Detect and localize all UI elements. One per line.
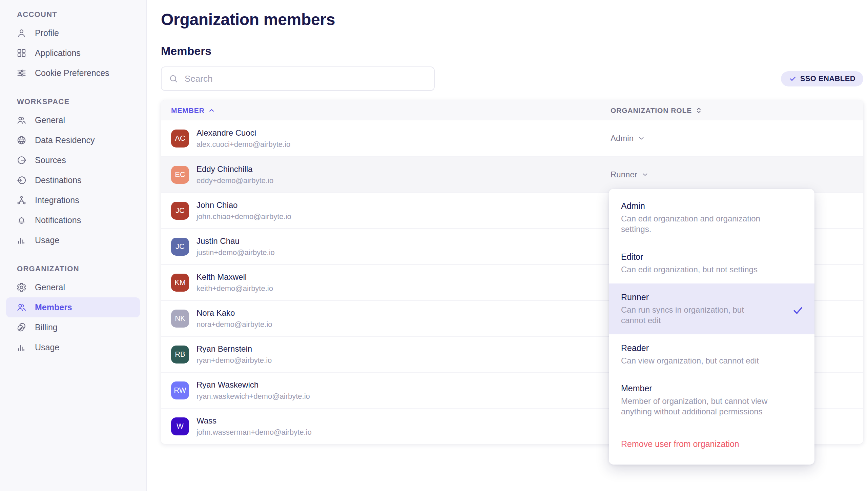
settings-sidebar: ACCOUNT Profile Applications Cookie Pref… — [0, 0, 147, 491]
sidebar-item[interactable]: Profile — [6, 23, 140, 43]
sidebar-item[interactable]: Destinations — [6, 170, 140, 190]
member-identity: Ryan Waskewich ryan.waskewich+demo@airby… — [197, 380, 310, 401]
role-option-title: Admin — [621, 201, 802, 211]
role-column-label: ORGANIZATION ROLE — [611, 106, 692, 115]
sidebar-item-label: General — [35, 115, 65, 125]
member-cell: NK Nora Kako nora+demo@airbyte.io — [161, 308, 611, 329]
role-option[interactable]: Runner Can run syncs in organization, bu… — [609, 283, 814, 334]
sidebar-item-label: Notifications — [35, 215, 81, 225]
role-option-title: Reader — [621, 343, 802, 353]
sidebar-item[interactable]: Sources — [6, 150, 140, 170]
member-cell: KM Keith Maxwell keith+demo@airbyte.io — [161, 272, 611, 293]
member-cell: JC John Chiao john.chiao+demo@airbyte.io — [161, 200, 611, 221]
sidebar-item-label: Billing — [35, 322, 58, 332]
sidebar-item-icon — [16, 195, 27, 205]
avatar: EC — [171, 166, 189, 184]
section-label-account: ACCOUNT — [17, 10, 140, 19]
sidebar-item[interactable]: Data Residency — [6, 130, 140, 150]
sidebar-item[interactable]: General — [6, 110, 140, 130]
search-icon — [168, 74, 179, 84]
sidebar-item[interactable]: Cookie Preferences — [6, 63, 140, 83]
member-email: keith+demo@airbyte.io — [197, 284, 273, 293]
member-identity: Justin Chau justin+demo@airbyte.io — [197, 236, 275, 257]
member-email: justin+demo@airbyte.io — [197, 248, 275, 257]
avatar: RW — [171, 381, 189, 399]
sidebar-item-icon — [16, 135, 27, 145]
search-input[interactable] — [184, 73, 427, 84]
member-name: Eddy Chinchilla — [197, 164, 273, 174]
role-option-description: Can edit organization and organization s… — [621, 213, 802, 234]
sidebar-item-label: Applications — [35, 48, 81, 58]
table-header: MEMBER ORGANIZATION ROLE — [161, 100, 863, 120]
role-value: Admin — [611, 134, 634, 143]
sidebar-section-organization: ORGANIZATION General Members Billing Usa… — [6, 264, 140, 357]
sidebar-item[interactable]: Applications — [6, 43, 140, 63]
sidebar-item[interactable]: General — [6, 277, 140, 297]
column-header-member[interactable]: MEMBER — [161, 106, 611, 115]
avatar: KM — [171, 274, 189, 292]
member-email: john.wasserman+demo@airbyte.io — [197, 428, 312, 437]
members-toolbar: SSO ENABLED — [161, 66, 865, 91]
member-name: Ryan Bernstein — [197, 344, 272, 354]
member-identity: John Chiao john.chiao+demo@airbyte.io — [197, 200, 291, 221]
sidebar-item-icon — [16, 175, 27, 185]
member-email: alex.cuoci+demo@airbyte.io — [197, 140, 290, 149]
role-option-description: Can run syncs in organization, but canno… — [621, 305, 802, 326]
sidebar-item-icon — [16, 302, 27, 313]
sidebar-item-icon — [16, 48, 27, 58]
member-name: Alexandre Cuoci — [197, 128, 290, 138]
member-identity: Ryan Bernstein ryan+demo@airbyte.io — [197, 344, 272, 365]
sidebar-item-icon — [16, 322, 27, 333]
sidebar-item-icon — [16, 215, 27, 225]
sidebar-item-icon — [16, 68, 27, 78]
sidebar-item-label: Integrations — [35, 195, 79, 205]
member-identity: Alexandre Cuoci alex.cuoci+demo@airbyte.… — [197, 128, 290, 149]
sidebar-item-icon — [16, 28, 27, 38]
section-label-workspace: WORKSPACE — [17, 97, 140, 106]
role-option[interactable]: Reader Can view organization, but cannot… — [609, 334, 814, 375]
member-name: Justin Chau — [197, 236, 275, 246]
page-title: Organization members — [161, 10, 865, 29]
role-dropdown-trigger[interactable]: Admin — [611, 134, 645, 143]
sidebar-item-label: General — [35, 282, 65, 292]
selected-check-icon — [792, 305, 804, 316]
sidebar-item-icon — [16, 342, 27, 353]
role-option[interactable]: Member Member of organization, but canno… — [609, 375, 814, 426]
sidebar-item[interactable]: Billing — [6, 317, 140, 337]
role-option[interactable]: Editor Can edit organization, but not se… — [609, 243, 814, 283]
member-email: john.chiao+demo@airbyte.io — [197, 212, 291, 221]
table-row: EC Eddy Chinchilla eddy+demo@airbyte.io … — [161, 156, 863, 192]
member-name: Keith Maxwell — [197, 272, 273, 282]
member-cell: RW Ryan Waskewich ryan.waskewich+demo@ai… — [161, 380, 611, 401]
sidebar-section-workspace: WORKSPACE General Data Residency Sources… — [6, 97, 140, 250]
sidebar-item-label: Usage — [35, 235, 59, 245]
sidebar-item-label: Sources — [35, 155, 66, 165]
role-option-title: Runner — [621, 292, 802, 302]
avatar: JC — [171, 202, 189, 220]
member-email: eddy+demo@airbyte.io — [197, 176, 273, 185]
member-search — [161, 66, 435, 91]
member-name: Nora Kako — [197, 308, 272, 318]
member-cell: RB Ryan Bernstein ryan+demo@airbyte.io — [161, 344, 611, 365]
sidebar-item[interactable]: Usage — [6, 230, 140, 250]
sidebar-item[interactable]: Notifications — [6, 210, 140, 230]
sidebar-item[interactable]: Usage — [6, 337, 140, 357]
column-header-role[interactable]: ORGANIZATION ROLE — [611, 106, 703, 115]
role-dropdown-trigger[interactable]: Runner — [611, 170, 649, 179]
remove-user-button[interactable]: Remove user from organization — [609, 430, 814, 460]
role-option[interactable]: Admin Can edit organization and organiza… — [609, 192, 814, 243]
section-label-organization: ORGANIZATION — [17, 264, 140, 273]
role-option-description: Can view organization, but cannot edit — [621, 355, 802, 366]
sidebar-item[interactable]: Integrations — [6, 190, 140, 210]
chevron-down-icon — [641, 171, 649, 179]
role-option-description: Member of organization, but cannot view … — [621, 396, 802, 417]
member-email: ryan+demo@airbyte.io — [197, 356, 272, 365]
sso-badge-label: SSO ENABLED — [800, 74, 855, 83]
table-row: AC Alexandre Cuoci alex.cuoci+demo@airby… — [161, 120, 863, 156]
avatar: NK — [171, 310, 189, 328]
sidebar-item-label: Destinations — [35, 175, 82, 185]
sidebar-item-label: Data Residency — [35, 135, 95, 145]
sso-enabled-badge: SSO ENABLED — [781, 71, 863, 86]
role-dropdown-menu: Admin Can edit organization and organiza… — [609, 189, 814, 465]
sidebar-item[interactable]: Members — [6, 297, 140, 317]
